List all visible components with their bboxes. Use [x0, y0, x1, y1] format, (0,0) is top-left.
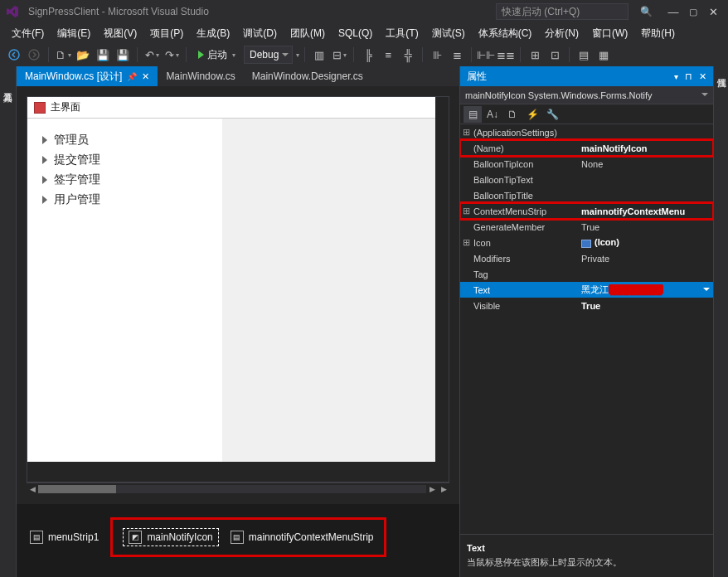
- panel-dropdown-icon[interactable]: ▾: [674, 72, 678, 81]
- events-button[interactable]: ⚡: [523, 106, 541, 123]
- property-pages-button[interactable]: 🔧: [543, 106, 561, 123]
- tray-item-notifyicon[interactable]: ◩ mainNotifyIcon: [123, 528, 218, 546]
- property-grid[interactable]: ⊞(ApplicationSettings)(Name)mainNotifyIc…: [460, 124, 713, 534]
- quick-launch-input[interactable]: 快速启动 (Ctrl+Q): [496, 3, 629, 20]
- distribute-button-1[interactable]: ⊩⊩: [477, 46, 495, 64]
- start-debug-button[interactable]: 启动 ▾: [192, 46, 242, 64]
- property-row[interactable]: BalloonTipText: [460, 172, 713, 187]
- property-value[interactable]: None: [578, 159, 713, 169]
- scroll-corner-icon[interactable]: ▶: [438, 485, 449, 493]
- menu-item[interactable]: 帮助(H): [634, 24, 682, 43]
- close-tab-icon[interactable]: ✕: [142, 71, 149, 82]
- scroll-left-icon[interactable]: ◀: [27, 485, 38, 493]
- layout-button-2[interactable]: ⊟▾: [330, 46, 348, 64]
- order-button-2[interactable]: ▦: [595, 46, 613, 64]
- properties-object-combo[interactable]: mainNotifyIcon System.Windows.Forms.Noti…: [460, 86, 713, 104]
- properties-title-bar[interactable]: 属性 ▾ ⊓ ✕: [460, 66, 713, 86]
- expand-icon[interactable]: ⊞: [460, 127, 472, 138]
- tree-node[interactable]: 提交管理: [34, 150, 216, 170]
- center-button-2[interactable]: ⊡: [546, 46, 564, 64]
- distribute-button-2[interactable]: ≣≣: [497, 46, 515, 64]
- menu-item[interactable]: 编辑(E): [51, 24, 97, 43]
- minimize-button[interactable]: —: [663, 6, 683, 18]
- menu-item[interactable]: 团队(M): [284, 24, 332, 43]
- property-row[interactable]: (Name)mainNotifyIcon: [460, 140, 713, 156]
- property-row[interactable]: GenerateMemberTrue: [460, 219, 713, 235]
- layout-button-1[interactable]: ▥: [310, 46, 328, 64]
- form-content-panel[interactable]: [223, 119, 435, 462]
- tree-node[interactable]: 用户管理: [34, 190, 216, 210]
- panel-close-icon[interactable]: ✕: [699, 71, 706, 82]
- align-button-3[interactable]: ╬: [399, 46, 417, 64]
- menu-item[interactable]: 文件(F): [5, 24, 51, 43]
- form-tree-panel[interactable]: 管理员提交管理签字管理用户管理: [27, 119, 223, 462]
- property-row[interactable]: BalloonTipTitle: [460, 187, 713, 203]
- property-row[interactable]: ⊞Icon(Icon): [460, 235, 713, 250]
- nav-back-button[interactable]: [5, 46, 23, 64]
- property-value[interactable]: mainnotifyContextMenu: [578, 206, 713, 216]
- undo-button[interactable]: ↶▾: [143, 46, 161, 64]
- menu-item[interactable]: 视图(V): [97, 24, 143, 43]
- spacing-button-2[interactable]: ≣: [448, 46, 466, 64]
- server-explorer-tab[interactable]: 服务器资源管理器: [0, 66, 16, 80]
- toolbox-tab[interactable]: 工具箱: [0, 80, 16, 93]
- order-button-1[interactable]: ▤: [575, 46, 593, 64]
- new-project-button[interactable]: 🗋▾: [54, 46, 72, 64]
- properties-button[interactable]: 🗋: [503, 106, 522, 123]
- tray-item-contextmenu[interactable]: ▤ mainnotifyContextMenuStrip: [231, 531, 374, 544]
- property-value[interactable]: True: [578, 301, 713, 311]
- pin-icon[interactable]: 📌: [127, 72, 137, 81]
- open-file-button[interactable]: 📂: [74, 46, 92, 64]
- categorized-button[interactable]: ▤: [463, 106, 482, 123]
- property-row[interactable]: Tag: [460, 266, 713, 282]
- config-combo[interactable]: Debug: [244, 46, 293, 64]
- expand-icon[interactable]: ⊞: [460, 237, 472, 248]
- property-row[interactable]: ⊞ContextMenuStripmainnotifyContextMenu: [460, 203, 713, 219]
- alphabetical-button[interactable]: A↓: [483, 106, 502, 123]
- properties-collapsed-tab[interactable]: 属性: [714, 66, 728, 76]
- form-preview[interactable]: 主界面 管理员提交管理签字管理用户管理: [27, 97, 435, 462]
- maximize-button[interactable]: ▢: [683, 7, 703, 17]
- designer-hscroll[interactable]: ◀ ▶ ▶: [27, 482, 449, 494]
- scroll-right-icon[interactable]: ▶: [426, 485, 438, 493]
- property-value[interactable]: 黑龙江████████: [578, 284, 713, 296]
- search-icon[interactable]: 🔍: [640, 6, 652, 17]
- spacing-button-1[interactable]: ⊪: [428, 46, 446, 64]
- menu-item[interactable]: 窗口(W): [585, 24, 634, 43]
- align-button-2[interactable]: ≡: [379, 46, 397, 64]
- property-value[interactable]: (Icon): [578, 237, 713, 247]
- expand-icon[interactable]: ⊞: [460, 206, 472, 216]
- document-tab[interactable]: MainWindow.cs: [158, 66, 243, 86]
- property-row[interactable]: ⊞(ApplicationSettings): [460, 124, 713, 140]
- pin-icon[interactable]: ⊓: [685, 71, 692, 82]
- menu-item[interactable]: 测试(S): [425, 24, 472, 43]
- property-value[interactable]: Private: [578, 254, 713, 264]
- menu-item[interactable]: 体系结构(C): [472, 24, 539, 43]
- property-value[interactable]: mainNotifyIcon: [578, 143, 713, 153]
- menu-item[interactable]: 分析(N): [538, 24, 585, 43]
- property-value[interactable]: True: [578, 222, 713, 232]
- document-tab[interactable]: MainWindow.Designer.cs: [244, 66, 371, 86]
- save-all-button[interactable]: 💾: [114, 46, 132, 64]
- nav-forward-button[interactable]: [25, 46, 43, 64]
- menu-item[interactable]: SQL(Q): [332, 25, 379, 41]
- tree-node[interactable]: 签字管理: [34, 170, 216, 190]
- property-row[interactable]: Text黑龙江████████: [460, 282, 713, 298]
- menu-item[interactable]: 调试(D): [236, 24, 284, 43]
- menu-item[interactable]: 项目(P): [143, 24, 190, 43]
- property-row[interactable]: VisibleTrue: [460, 298, 713, 313]
- center-button-1[interactable]: ⊞: [526, 46, 544, 64]
- redo-button[interactable]: ↷▾: [163, 46, 181, 64]
- menu-item[interactable]: 生成(B): [190, 24, 236, 43]
- config-dropdown-icon[interactable]: ▾: [296, 51, 299, 59]
- tree-node[interactable]: 管理员: [34, 130, 216, 150]
- document-tab[interactable]: MainWindow.cs [设计]📌✕: [17, 66, 158, 86]
- designer-surface[interactable]: 主界面 管理员提交管理签字管理用户管理: [27, 96, 449, 482]
- property-row[interactable]: ModifiersPrivate: [460, 250, 713, 266]
- align-button-1[interactable]: ╠: [359, 46, 377, 64]
- property-row[interactable]: BalloonTipIconNone: [460, 156, 713, 172]
- close-button[interactable]: ✕: [703, 6, 723, 18]
- dropdown-icon[interactable]: [703, 288, 710, 291]
- tray-item-menustrip[interactable]: ▤ menuStrip1: [30, 531, 99, 544]
- menu-item[interactable]: 工具(T): [379, 24, 425, 43]
